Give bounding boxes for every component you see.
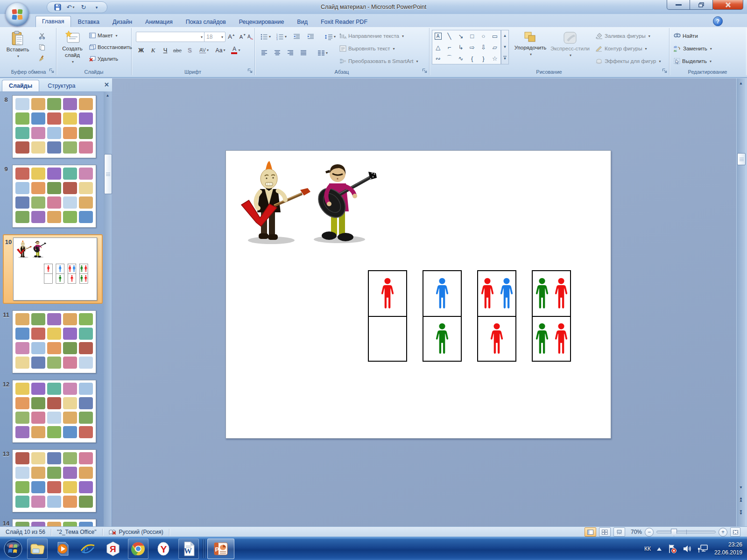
new-slide-button[interactable]: Создать слайд ▾ (59, 31, 85, 64)
tab-главная[interactable]: Главная (35, 16, 71, 27)
domino-card-4[interactable] (79, 264, 88, 283)
taskbar-yandex-button[interactable]: Y (153, 539, 174, 559)
shape-glyph-7[interactable]: △ (432, 42, 444, 53)
domino-card-2[interactable] (423, 270, 462, 362)
slide-thumbnail-14[interactable] (12, 519, 96, 526)
shape-fill-button[interactable]: Заливка фигуры ▾ (595, 33, 650, 39)
selected-thumbnail-wrap[interactable]: 10 (3, 234, 103, 304)
drawing-dialog-launcher[interactable] (662, 68, 668, 74)
character-spacing-button[interactable]: AV▾ (196, 45, 212, 56)
find-button[interactable]: Найти (674, 33, 698, 39)
shapes-gallery-scroll[interactable]: ▲ ▼ ▼ (501, 30, 509, 64)
text-shadow-button[interactable]: S (183, 45, 196, 56)
shape-glyph-15[interactable]: ∿ (455, 53, 466, 64)
align-right-button[interactable] (284, 48, 296, 58)
editor-scroll-thumb[interactable] (737, 153, 746, 165)
editor-scrollbar[interactable]: ▲ ▼ ▲▲ ▼▼ (737, 78, 745, 526)
slide-thumbnail-11[interactable] (12, 310, 96, 373)
panel-scroll-thumb[interactable] (104, 154, 112, 194)
domino-card-3[interactable] (68, 264, 76, 283)
taskbar-chrome-button[interactable] (128, 539, 148, 559)
domino-card-1[interactable] (44, 264, 53, 283)
shape-glyph-3[interactable]: ↘ (455, 30, 466, 42)
taskbar-explorer-button[interactable] (27, 539, 48, 559)
shape-glyph-17[interactable]: } (478, 53, 489, 64)
close-button[interactable] (712, 0, 743, 10)
shape-effects-button[interactable]: Эффекты для фигур ▾ (595, 58, 661, 64)
font-color-button[interactable]: А ▾ (228, 45, 243, 56)
panel-close-icon[interactable]: ✕ (104, 81, 109, 88)
shape-glyph-6[interactable]: ▭ (489, 30, 500, 42)
normal-view-button[interactable] (585, 527, 596, 537)
shape-glyph-4[interactable]: □ (466, 30, 478, 42)
tab-вставка[interactable]: Вставка (72, 17, 106, 27)
taskbar-word-button[interactable]: W (178, 539, 199, 559)
quick-styles-button[interactable]: Экспресс-стили ▾ (550, 31, 591, 57)
format-painter-button[interactable] (36, 53, 48, 63)
tab-вид[interactable]: Вид (291, 17, 314, 27)
reset-slide-button[interactable]: Восстановить (89, 44, 132, 50)
slide-thumbnail-10[interactable] (13, 238, 97, 301)
select-button[interactable]: Выделить ▾ (674, 58, 712, 64)
clear-formatting-button[interactable]: A (246, 31, 254, 42)
restore-button[interactable] (690, 0, 713, 10)
scroll-up-icon[interactable]: ▲ (104, 91, 112, 99)
underline-button[interactable]: Ч (159, 45, 171, 56)
strikethrough-button[interactable]: abe (171, 45, 183, 56)
convert-smartart-button[interactable]: Преобразовать в SmartArt ▾ (339, 58, 418, 64)
numbering-button[interactable]: 123 ▾ (274, 31, 289, 42)
spellcheck-status[interactable]: Русский (Россия) (103, 529, 169, 536)
shape-glyph-8[interactable]: ⌐ (444, 42, 455, 53)
panel-scrollbar[interactable]: ▲ (104, 91, 112, 526)
zoom-slider[interactable] (656, 531, 716, 533)
domino-card-2[interactable] (56, 264, 64, 283)
scroll-up-icon[interactable]: ▲ (737, 79, 745, 87)
italic-button[interactable]: К (147, 45, 159, 56)
previous-slide-button[interactable]: ▲▲ (737, 496, 745, 504)
taskbar-powerpoint-button[interactable]: P (207, 539, 234, 559)
shape-glyph-10[interactable]: ⇨ (466, 42, 478, 53)
slide-canvas[interactable] (226, 150, 611, 439)
clock[interactable]: 23:26 22.06.2019 (714, 541, 742, 557)
language-indicator[interactable]: КК (644, 546, 651, 552)
line-spacing-button[interactable]: ▾ (322, 31, 338, 42)
font-dialog-launcher[interactable] (247, 68, 253, 74)
change-case-button[interactable]: Аа▾ (212, 45, 228, 56)
shape-glyph-1[interactable]: A (435, 33, 442, 40)
shape-glyph-13[interactable]: ∾ (432, 53, 444, 64)
slide-thumbnail-8[interactable] (12, 95, 96, 158)
tab-показ-слайдов[interactable]: Показ слайдов (180, 17, 232, 27)
repeat-button[interactable]: ↻ (79, 3, 88, 12)
help-button[interactable]: ? (713, 16, 723, 26)
shape-glyph-5[interactable]: ○ (478, 30, 489, 42)
clipboard-dialog-launcher[interactable] (49, 68, 55, 74)
bullets-button[interactable]: ▾ (258, 31, 273, 42)
tab-outline[interactable]: Структура (41, 80, 82, 91)
fit-to-window-button[interactable] (730, 527, 740, 537)
action-center-flag-icon[interactable] (668, 544, 677, 553)
delete-slide-button[interactable]: Удалить (89, 56, 118, 62)
increase-indent-button[interactable] (304, 31, 317, 42)
scroll-down-icon[interactable]: ▼ (737, 483, 745, 491)
bold-button[interactable]: Ж (135, 45, 147, 56)
slideshow-view-button[interactable] (613, 527, 625, 537)
shape-glyph-16[interactable]: { (466, 53, 478, 64)
next-slide-button[interactable]: ▼▼ (737, 509, 745, 517)
shape-outline-button[interactable]: Контур фигуры ▾ (595, 45, 647, 52)
zoom-in-button[interactable]: + (719, 528, 727, 537)
taskbar-yandex-browser-button[interactable]: Я (103, 539, 123, 559)
paragraph-dialog-launcher[interactable] (422, 68, 428, 74)
columns-button[interactable]: ▾ (314, 48, 331, 58)
tab-slides[interactable]: Слайды (2, 80, 39, 91)
replace-button[interactable]: ab ac Заменить ▾ (674, 45, 712, 52)
domino-card-3[interactable] (477, 270, 516, 362)
domino-card-1[interactable] (368, 270, 407, 362)
layout-button[interactable]: Макет ▾ (89, 33, 118, 38)
arrange-button[interactable]: Упорядочить ▾ (513, 31, 548, 56)
align-text-button[interactable]: Выровнять текст ▾ (339, 45, 395, 52)
qat-more-button[interactable]: ▾ (92, 3, 101, 12)
network-icon[interactable] (698, 544, 709, 553)
copy-button[interactable] (36, 42, 48, 52)
grow-font-button[interactable]: А▲ (226, 31, 238, 42)
align-left-button[interactable] (258, 48, 270, 58)
